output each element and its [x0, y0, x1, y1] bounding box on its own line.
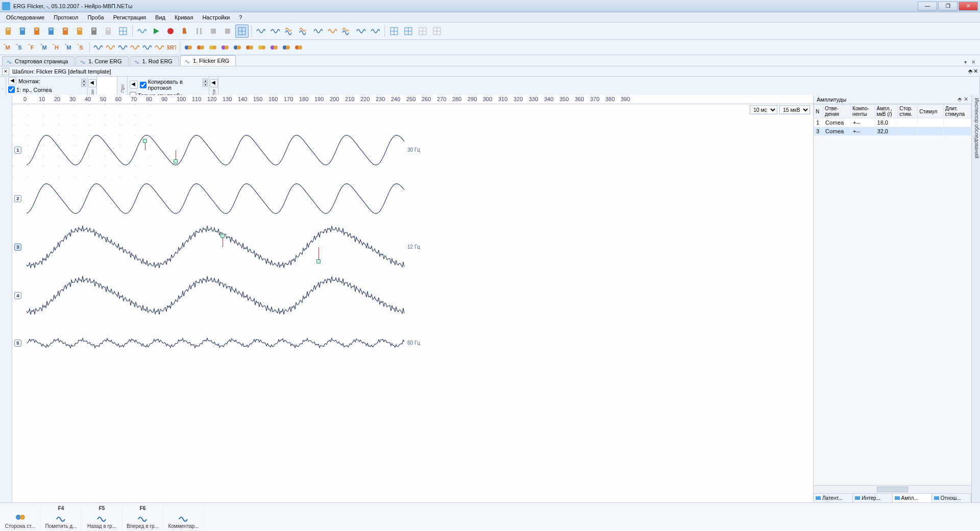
amp-header[interactable]: Компо-ненты — [851, 105, 875, 118]
footer-btn-3[interactable]: F6Вперед в гр... — [122, 504, 163, 530]
trace-label-4[interactable]: 4 — [14, 292, 21, 299]
amp-scale-select[interactable]: 15 мкВ — [779, 105, 810, 114]
amp-header[interactable]: Стимул — [918, 105, 943, 118]
tab-0[interactable]: Стартовая страница — [2, 56, 75, 66]
wavetool-4-icon[interactable] — [141, 42, 153, 53]
tool-h-icon[interactable] — [354, 25, 368, 38]
marker-m-5-icon[interactable]: M — [63, 42, 75, 53]
kan-prev-button[interactable]: ⯇ — [88, 79, 96, 87]
trace-label-1[interactable]: 1 — [14, 147, 21, 154]
disabled1-icon[interactable] — [102, 25, 115, 38]
montage-checkbox[interactable] — [8, 86, 15, 93]
tool-e-icon[interactable] — [311, 25, 325, 38]
amp-header[interactable]: Стор.стим. — [898, 105, 918, 118]
trace-label-2[interactable]: 2 — [14, 195, 21, 202]
tool-a-icon[interactable] — [254, 25, 267, 38]
save-icon[interactable] — [59, 25, 72, 38]
usi-prev-button[interactable]: ⯇ — [210, 79, 218, 87]
copy-spin-down[interactable]: ▾ — [203, 83, 208, 87]
montage-checkbox-row[interactable]: 1: пр., Cornea — [8, 86, 85, 93]
open-icon[interactable] — [16, 25, 30, 38]
marker-0[interactable] — [143, 139, 147, 143]
trace-label-3[interactable]: 3 — [14, 244, 21, 251]
print-icon[interactable] — [88, 25, 101, 38]
montage-prev-button[interactable]: ⯇ — [8, 77, 16, 85]
sigma-icon[interactable] — [235, 25, 249, 38]
marker-m-3-icon[interactable]: M — [39, 42, 50, 53]
tab-2[interactable]: 1. Rod ERG — [130, 56, 179, 66]
tab-3[interactable]: 1. Flicker ERG — [180, 55, 236, 66]
marker-f-2-icon[interactable]: F — [27, 42, 38, 53]
stop-icon[interactable] — [207, 25, 220, 38]
brain-8-icon[interactable] — [281, 42, 292, 53]
close-button[interactable]: ✕ — [959, 2, 978, 11]
wavetool-2-icon[interactable] — [117, 42, 128, 53]
footer-btn-4[interactable]: Комментар... — [163, 504, 204, 530]
brain-0-icon[interactable] — [183, 42, 194, 53]
tabstrip-dropdown[interactable]: ▾ — [962, 59, 969, 66]
minimize-button[interactable]: — — [918, 2, 937, 11]
brain-5-icon[interactable] — [244, 42, 255, 53]
wavetool-3-icon[interactable] — [129, 42, 140, 53]
menu-обследование[interactable]: Обследование — [2, 13, 48, 21]
montage-spin-up[interactable]: ▴ — [81, 79, 86, 83]
template-close2[interactable]: ✕ — [973, 68, 978, 75]
wavetool-1-icon[interactable] — [105, 42, 116, 53]
amp-btab-3[interactable]: Отнош... — [932, 494, 971, 502]
montage-spin-down[interactable]: ▾ — [81, 83, 86, 87]
brain-7-icon[interactable] — [268, 42, 280, 53]
waveform-chart[interactable]: 10 мс 15 мкВ 130 Гц2312 Гц4560 Гц — [12, 104, 813, 502]
menu-протокол[interactable]: Протокол — [50, 13, 82, 21]
tool-f-icon[interactable] — [326, 25, 339, 38]
tool-b-icon[interactable] — [268, 25, 282, 38]
amp-btab-2[interactable]: Ампл... — [893, 494, 932, 502]
copy-protocol-checkbox[interactable] — [140, 82, 146, 88]
menu-кривая[interactable]: Кривая — [170, 13, 197, 21]
template-close-button[interactable]: ✕ — [2, 68, 9, 75]
menu-вид[interactable]: Вид — [151, 13, 169, 21]
amp-btab-1[interactable]: Интер... — [853, 494, 892, 502]
copy-spin-up[interactable]: ▴ — [203, 79, 208, 83]
export-icon[interactable] — [45, 25, 58, 38]
marker-m-0-icon[interactable]: M — [2, 42, 13, 53]
pause-icon[interactable] — [192, 25, 206, 38]
amp-header[interactable]: N — [814, 105, 823, 118]
grid3-icon[interactable] — [416, 25, 429, 38]
play-icon[interactable] — [150, 25, 163, 38]
marker-1[interactable] — [174, 159, 178, 163]
amp-row[interactable]: 3Cornea+--32,0 — [814, 127, 971, 136]
brain-1-icon[interactable] — [195, 42, 206, 53]
new-exam-icon[interactable] — [2, 25, 15, 38]
maximize-button[interactable]: ❐ — [938, 2, 958, 11]
tool-d-icon[interactable] — [297, 25, 310, 38]
brain-3-icon[interactable] — [219, 42, 231, 53]
marker-2[interactable] — [220, 234, 225, 238]
brain-9-icon[interactable] — [293, 42, 304, 53]
back-icon[interactable] — [221, 25, 234, 38]
br-icon[interactable]: BR? — [166, 42, 177, 53]
grid2-icon[interactable] — [402, 25, 415, 38]
footer-btn-1[interactable]: F4Пометить д... — [41, 504, 82, 530]
marker-h-4-icon[interactable]: H — [51, 42, 62, 53]
grid4-icon[interactable] — [430, 25, 444, 38]
amp-header[interactable]: Отве-дения — [823, 105, 851, 118]
copy-prev-button[interactable]: ⯇ — [130, 81, 138, 89]
marker-s-6-icon[interactable]: S — [76, 42, 87, 53]
amp-header[interactable]: Длит.стимула — [943, 105, 971, 118]
menu-настройки[interactable]: Настройки — [198, 13, 234, 21]
settings-icon[interactable] — [116, 25, 130, 38]
import-icon[interactable] — [31, 25, 44, 38]
record-icon[interactable] — [164, 25, 177, 38]
menu-регистрация[interactable]: Регистрация — [109, 13, 150, 21]
tool-g-icon[interactable] — [340, 25, 353, 38]
tool-i-icon[interactable] — [369, 25, 382, 38]
amplitudes-table[interactable]: NОтве-денияКомпо-нентыАмпл.,мкВ (/)Стор.… — [814, 104, 971, 136]
amp-row[interactable]: 1Cornea+--18,0 — [814, 118, 971, 127]
marker-3[interactable] — [316, 259, 321, 263]
cycle-icon[interactable] — [135, 25, 149, 38]
brain-2-icon[interactable] — [207, 42, 218, 53]
menu-проба[interactable]: Проба — [83, 13, 108, 21]
footer-btn-2[interactable]: F5Назад в гр... — [82, 504, 122, 530]
wavetool-0-icon[interactable] — [92, 42, 104, 53]
grid1-icon[interactable] — [387, 25, 401, 38]
